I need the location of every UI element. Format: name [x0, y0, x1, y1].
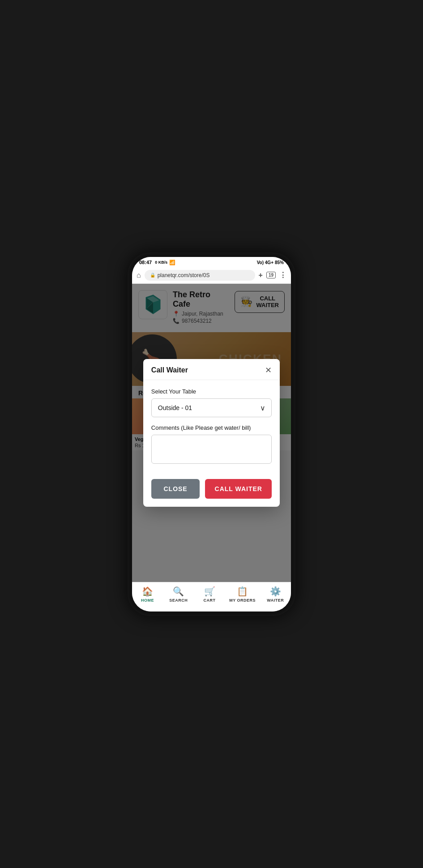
lock-icon: 🔒 [150, 273, 155, 278]
status-left: 08:47 0 KB/s 📶 [139, 260, 175, 265]
orders-icon: 📋 [237, 586, 248, 597]
modal-close-button[interactable]: CLOSE [151, 479, 200, 499]
main-content: The Retro Cafe 📍 Jaipur, Rajasthan 📞 987… [132, 284, 291, 582]
nav-item-cart[interactable]: 🛒 CART [198, 586, 221, 603]
table-label: Select Your Table [151, 388, 272, 395]
data-speed: 0 KB/s [155, 260, 167, 265]
status-bar: 08:47 0 KB/s 📶 Vo) 4G+ 85% [132, 257, 291, 267]
nav-item-search[interactable]: 🔍 SEARCH [167, 586, 190, 603]
browser-more-icon[interactable]: ⋮ [279, 271, 286, 279]
nav-item-my-orders[interactable]: 📋 MY ORDERS [229, 586, 256, 603]
browser-home-icon[interactable]: ⌂ [137, 271, 141, 279]
nav-item-home[interactable]: 🏠 HOME [137, 586, 159, 603]
nav-label-my-orders: MY ORDERS [229, 598, 256, 603]
home-icon: 🏠 [142, 586, 153, 597]
comments-label: Comments (Like Please get water/ bill) [151, 424, 272, 431]
wifi-icon: 📶 [169, 260, 175, 265]
browser-tabs-count[interactable]: 19 [266, 272, 276, 278]
nav-label-cart: CART [204, 598, 216, 603]
modal-call-waiter-button[interactable]: CALL WAITER [205, 479, 272, 499]
browser-bar: ⌂ 🔒 planetqr.com/store/0S + 19 ⋮ [132, 267, 291, 284]
modal-header: Call Waiter ✕ [143, 359, 280, 380]
battery-icon: 85% [275, 260, 284, 265]
time: 08:47 [139, 260, 152, 265]
cart-icon: 🛒 [204, 586, 215, 597]
call-waiter-modal: Call Waiter ✕ Select Your Table Outside … [143, 359, 280, 507]
nav-label-search: SEARCH [169, 598, 188, 603]
modal-close-icon[interactable]: ✕ [265, 366, 272, 374]
modal-body: Select Your Table Outside - 01 Inside - … [143, 380, 280, 473]
nav-item-waiter[interactable]: ⚙️ WAITER [264, 586, 286, 603]
bottom-nav: 🏠 HOME 🔍 SEARCH 🛒 CART 📋 MY ORDERS ⚙️ WA… [132, 582, 291, 611]
nav-label-home: HOME [141, 598, 154, 603]
phone-screen: 08:47 0 KB/s 📶 Vo) 4G+ 85% ⌂ 🔒 planetqr.… [132, 257, 291, 611]
nav-label-waiter: WAITER [267, 598, 284, 603]
network-icon: Vo) 4G+ [257, 260, 273, 265]
modal-overlay[interactable]: Call Waiter ✕ Select Your Table Outside … [132, 284, 291, 582]
select-wrapper: Outside - 01 Inside - 01 Inside - 02 Ins… [151, 398, 272, 417]
modal-footer: CLOSE CALL WAITER [143, 473, 280, 507]
waiter-icon: ⚙️ [270, 586, 281, 597]
search-icon: 🔍 [173, 586, 184, 597]
phone-frame: 08:47 0 KB/s 📶 Vo) 4G+ 85% ⌂ 🔒 planetqr.… [128, 252, 295, 616]
browser-url-bar[interactable]: 🔒 planetqr.com/store/0S [145, 270, 255, 281]
browser-url: planetqr.com/store/0S [158, 272, 210, 278]
comments-textarea[interactable] [151, 435, 272, 464]
status-right: Vo) 4G+ 85% [257, 260, 284, 265]
browser-new-tab-icon[interactable]: + [259, 271, 263, 279]
browser-actions: + 19 ⋮ [259, 271, 286, 279]
modal-title: Call Waiter [151, 366, 188, 374]
table-select[interactable]: Outside - 01 Inside - 01 Inside - 02 Ins… [151, 398, 272, 417]
